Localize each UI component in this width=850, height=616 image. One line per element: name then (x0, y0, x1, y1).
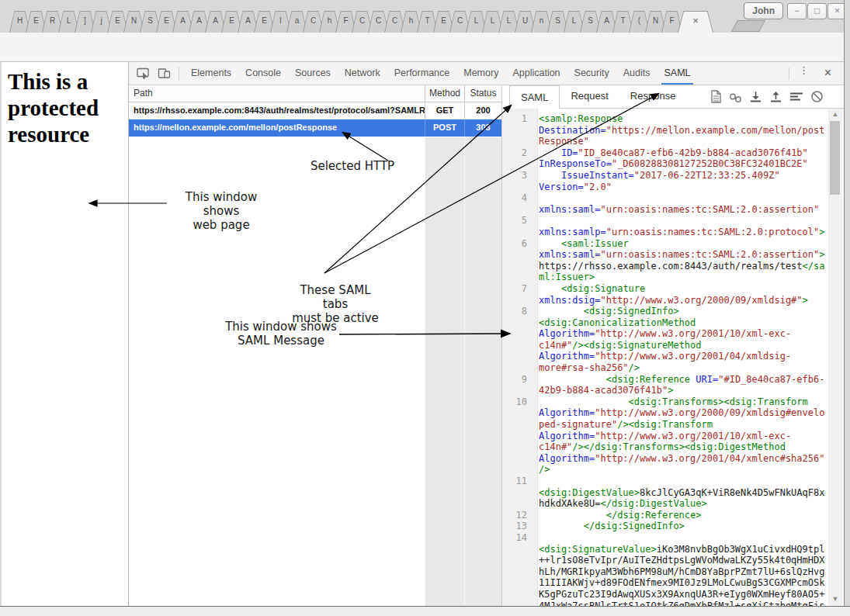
new-tab-button[interactable] (731, 20, 765, 32)
devtools-tab-saml[interactable]: SAML (657, 62, 697, 85)
document-icon[interactable] (710, 90, 722, 103)
subtab-saml[interactable]: SAML (509, 85, 560, 109)
code-line: 8 <dsig:SignedInfo> <dsig:Canonicalizati… (502, 306, 830, 374)
devtools-tab-network[interactable]: Network (338, 62, 387, 85)
browser-tab-active[interactable]: × (678, 11, 713, 33)
window-frame-bottom (0, 606, 850, 616)
browser-tab-strip[interactable]: HERL]jENSEAAAEAEIaChFCCChTECLLLUnSLSAT(N… (14, 11, 713, 33)
device-toolbar-icon[interactable] (158, 67, 171, 80)
maximize-button[interactable]: □ (807, 3, 827, 19)
column-header-status[interactable]: Status (464, 85, 501, 102)
subtab-request[interactable]: Request (560, 85, 619, 108)
line-number: 6 (502, 238, 533, 283)
line-number: 7 (502, 283, 533, 306)
line-number: 3 (502, 170, 533, 192)
code-line: 3 IssueInstant="2017-06-22T12:33:25.409Z… (502, 170, 830, 192)
download-icon[interactable] (749, 90, 762, 103)
devtools-tab-audits[interactable]: Audits (616, 62, 657, 85)
code-text: <dsig:DigestValue>8kcJlCyGA3qK+ViR8eNk4D… (533, 476, 830, 510)
code-text: xmlns:samlp="urn:oasis:names:tc:SAML:2.0… (533, 215, 830, 237)
line-number: 10 (502, 396, 533, 476)
devtools-close-icon[interactable]: × (824, 66, 831, 80)
devtools-tab-sources[interactable]: Sources (288, 62, 338, 85)
code-text: <dsig:Transforms><dsig:Transform Algorit… (533, 396, 830, 476)
line-number: 14 (502, 532, 533, 606)
page-heading: This is a protected resource (2, 62, 118, 147)
code-line: 4 xmlns:saml="urn:oasis:names:tc:SAML:2.… (502, 192, 830, 215)
vertical-scrollbar[interactable]: ▲ ▼ (828, 109, 842, 606)
saml-message-viewer[interactable]: 1<samlp:Response Destination="https://me… (502, 109, 844, 606)
request-status: 303 (464, 119, 501, 136)
code-line: 9 <dsig:Reference URI="#ID_8e40ca87-efb6… (502, 374, 830, 396)
network-table-header: Path Method Status (129, 85, 501, 102)
window-titlebar: HERL]jENSEAAAEAEIaChFCCChTECLLLUnSLSAT(N… (0, 0, 850, 33)
profile-button[interactable]: John (744, 2, 783, 19)
devtools-tab-security[interactable]: Security (567, 62, 616, 85)
code-line: 2 ID="ID_8e40ca87-efb6-42b9-b884-acad307… (502, 147, 830, 170)
annotation-web-page: This window shows web page (166, 190, 276, 232)
inspect-element-icon[interactable] (137, 67, 150, 80)
devtools-tab-elements[interactable]: Elements (184, 62, 238, 85)
devtools-more-icon[interactable]: ⋮ (799, 68, 808, 72)
format-lines-icon[interactable] (789, 90, 803, 103)
code-text: </dsig:SignedInfo> (533, 521, 830, 532)
devtools-tab-application[interactable]: Application (505, 62, 567, 85)
code-line: 14 <dsig:SignatureValue>iKo3M8nvbBgOb3Wg… (502, 532, 830, 606)
code-line: 11 <dsig:DigestValue>8kcJlCyGA3qK+ViR8eN… (502, 476, 830, 510)
code-text: IssueInstant="2017-06-22T12:33:25.409Z" … (533, 170, 830, 192)
request-path: https://rhsso.example.com:8443/auth/real… (129, 102, 425, 119)
code-text: <dsig:SignatureValue>iKo3M8nvbBgOb3WgX1u… (533, 532, 830, 606)
saml-subtab-bar: SAML Request Response (502, 85, 844, 109)
scroll-up-icon[interactable]: ▲ (828, 109, 842, 119)
scroll-down-icon[interactable]: ▼ (828, 594, 842, 604)
request-status: 200 (464, 102, 501, 119)
annotation-saml-tabs: These SAML tabs must be active (286, 283, 385, 325)
minimize-button[interactable]: − (787, 3, 807, 19)
code-text: </dsig:Reference> (533, 510, 830, 521)
block-icon[interactable] (810, 90, 824, 103)
column-header-path[interactable]: Path (129, 85, 425, 102)
network-row-post-selected[interactable]: https://mellon.example.com/mellon/postRe… (129, 119, 501, 137)
column-header-method[interactable]: Method (425, 85, 464, 102)
code-line: 7 <dsig:Signature xmlns:dsig="http://www… (502, 283, 830, 306)
annotation-saml-message: This window shows SAML Message (224, 320, 338, 348)
devtools-tab-memory[interactable]: Memory (456, 62, 505, 85)
annotation-selected-http: Selected HTTP (309, 159, 396, 173)
code-line: 6 <saml:Issuer xmlns:saml="urn:oasis:nam… (502, 238, 830, 283)
code-line: 13 </dsig:SignedInfo> (502, 521, 830, 532)
code-text: <dsig:Reference URI="#ID_8e40ca87-efb6- … (533, 374, 830, 396)
line-number: 8 (502, 306, 533, 374)
line-number: 4 (502, 192, 533, 215)
code-text: <samlp:Response Destination="https://mel… (533, 113, 830, 147)
line-number: 2 (502, 147, 533, 170)
code-line: 12 </dsig:Reference> (502, 510, 830, 521)
line-number: 1 (502, 113, 533, 147)
request-method: GET (425, 102, 464, 119)
line-number: 5 (502, 215, 533, 237)
saml-detail-panel: SAML Request Response 1<samlp:Response D… (501, 85, 844, 606)
saml-xml-code: 1<samlp:Response Destination="https://me… (502, 113, 830, 606)
scrollbar-thumb[interactable] (830, 121, 840, 195)
code-text: xmlns:saml="urn:oasis:names:tc:SAML:2.0:… (533, 192, 830, 215)
upload-icon[interactable] (769, 90, 782, 103)
window-frame-right (844, 0, 850, 616)
devtools-tabbar: ElementsConsoleSourcesNetworkPerformance… (129, 62, 844, 85)
request-path: https://mellon.example.com/mellon/postRe… (129, 119, 425, 136)
tab-close-icon[interactable]: × (678, 12, 713, 33)
code-line: 10 <dsig:Transforms><dsig:Transform Algo… (502, 396, 830, 476)
line-number: 9 (502, 374, 533, 396)
request-method: POST (425, 119, 464, 136)
line-number: 11 (502, 476, 533, 510)
devtools-tab-performance[interactable]: Performance (387, 62, 457, 85)
browser-toolbar: ← → Secure https://mellon.example.com/pr… (0, 33, 850, 62)
code-text: <saml:Issuer xmlns:saml="urn:oasis:names… (533, 238, 830, 283)
web-page: This is a protected resource (2, 62, 128, 606)
network-row-get[interactable]: https://rhsso.example.com:8443/auth/real… (129, 102, 501, 119)
link-icon[interactable] (729, 90, 742, 103)
code-text: <dsig:SignedInfo> <dsig:Canonicalization… (533, 306, 830, 374)
code-line: 1<samlp:Response Destination="https://me… (502, 113, 830, 147)
line-number: 12 (502, 510, 533, 521)
subtab-response[interactable]: Response (619, 85, 687, 108)
devtools-tab-console[interactable]: Console (238, 62, 288, 85)
tabbar-divider-right (789, 67, 789, 80)
